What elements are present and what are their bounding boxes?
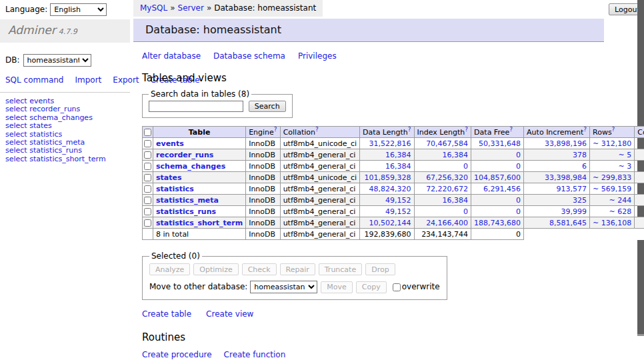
rows-estimate-link[interactable]: ~ 244 bbox=[609, 196, 631, 205]
column-help-link[interactable]: ? bbox=[274, 128, 277, 137]
data-free-link[interactable]: 188,743,680 bbox=[474, 219, 521, 227]
index-length-link[interactable]: 70,467,584 bbox=[426, 139, 468, 148]
column-help-link[interactable]: ? bbox=[465, 128, 468, 137]
privileges-link[interactable]: Privileges bbox=[298, 51, 337, 61]
data-free-link[interactable]: 0 bbox=[516, 196, 521, 205]
table-name-link[interactable]: statistics_short_term bbox=[156, 219, 243, 227]
sidebar-select-statistics-short-term-link[interactable]: select statistics_short_term bbox=[5, 155, 130, 163]
rows-estimate-link[interactable]: ~ 312,180 bbox=[593, 139, 631, 148]
rows-estimate-cell: ~ 628 bbox=[590, 206, 635, 217]
data-length-link[interactable]: 10,502,144 bbox=[369, 219, 411, 227]
table-name-link[interactable]: events bbox=[156, 139, 184, 148]
overwrite-checkbox[interactable] bbox=[393, 283, 401, 291]
data-length-link[interactable]: 16,384 bbox=[385, 151, 411, 159]
column-label: Comment bbox=[637, 128, 644, 137]
auto-increment-link[interactable]: 913,577 bbox=[557, 185, 587, 193]
table-name-link[interactable]: schema_changes bbox=[156, 162, 225, 171]
row-checkbox[interactable] bbox=[144, 185, 151, 193]
create-view-link[interactable]: Create view bbox=[206, 309, 253, 319]
rows-estimate-link[interactable]: ~ 136,108 bbox=[593, 219, 631, 227]
db-select[interactable]: homeassistant bbox=[23, 54, 91, 67]
breadcrumb-server-link[interactable]: Server bbox=[178, 3, 204, 13]
rows-estimate-link[interactable]: ~ 299,833 bbox=[593, 173, 631, 182]
database-schema-link[interactable]: Database schema bbox=[213, 51, 285, 61]
row-checkbox[interactable] bbox=[144, 151, 151, 159]
data-length-link[interactable]: 49,152 bbox=[385, 196, 411, 205]
data-free-link[interactable]: 0 bbox=[516, 207, 521, 216]
auto-increment-link[interactable]: 33,398,984 bbox=[545, 173, 587, 182]
alter-database-link[interactable]: Alter database bbox=[142, 51, 201, 61]
index-length-link[interactable]: 24,166,400 bbox=[426, 219, 468, 227]
rows-estimate-link[interactable]: ~ 569,159 bbox=[593, 185, 631, 193]
auto-increment-link[interactable]: 33,898,196 bbox=[545, 139, 587, 148]
table-name-link[interactable]: states bbox=[156, 173, 182, 182]
sidebar-select-states-link[interactable]: select states bbox=[5, 122, 130, 130]
row-checkbox[interactable] bbox=[144, 174, 151, 181]
data-length-link[interactable]: 31,522,816 bbox=[369, 139, 411, 148]
sidebar-select-recorder-runs-link[interactable]: select recorder_runs bbox=[5, 105, 130, 113]
search-input[interactable] bbox=[149, 101, 243, 112]
index-length-cell: 0 bbox=[414, 206, 471, 217]
rows-estimate-link[interactable]: ~ 5 bbox=[618, 151, 631, 159]
data-length-link[interactable]: 16,384 bbox=[385, 162, 411, 171]
breadcrumb-mysql-link[interactable]: MySQL bbox=[140, 3, 167, 13]
column-header-data-free: Data Free? bbox=[471, 127, 524, 138]
create-function-link[interactable]: Create function bbox=[224, 350, 286, 359]
total-data-length: 192,839,680 bbox=[360, 229, 414, 240]
create-procedure-link[interactable]: Create procedure bbox=[142, 350, 212, 359]
select-all-checkbox[interactable] bbox=[144, 129, 151, 136]
table-name-link[interactable]: statistics_meta bbox=[156, 196, 219, 205]
index-length-link[interactable]: 0 bbox=[463, 162, 468, 171]
column-help-link[interactable]: ? bbox=[315, 128, 319, 137]
create-table-link[interactable]: Create table bbox=[142, 309, 191, 319]
index-length-link[interactable]: 67,256,320 bbox=[426, 173, 468, 182]
rows-estimate-link[interactable]: ~ 3 bbox=[618, 162, 631, 171]
index-length-link[interactable]: 0 bbox=[463, 207, 468, 216]
column-header-comment: Comment? bbox=[635, 127, 644, 138]
data-length-link[interactable]: 49,152 bbox=[385, 207, 411, 216]
row-checkbox[interactable] bbox=[144, 140, 151, 147]
index-length-link[interactable]: 16,384 bbox=[443, 196, 469, 205]
row-checkbox[interactable] bbox=[144, 208, 151, 215]
auto-increment-link[interactable]: 378 bbox=[573, 151, 587, 159]
rows-estimate-link[interactable]: ~ 628 bbox=[609, 207, 631, 216]
routine-links: Create procedureCreate function bbox=[142, 350, 604, 359]
column-help-link[interactable]: ? bbox=[408, 128, 411, 137]
search-button[interactable]: Search bbox=[249, 101, 286, 112]
auto-increment-link[interactable]: 39,999 bbox=[561, 207, 587, 216]
import-link[interactable]: Import bbox=[75, 75, 101, 85]
auto-increment-link[interactable]: 6 bbox=[582, 162, 587, 171]
table-name-link[interactable]: statistics bbox=[156, 185, 194, 193]
table-name-link[interactable]: statistics_runs bbox=[156, 207, 216, 216]
data-length-link[interactable]: 101,859,328 bbox=[365, 173, 411, 182]
auto-increment-link[interactable]: 325 bbox=[573, 196, 587, 205]
auto-increment-link[interactable]: 8,581,645 bbox=[549, 219, 587, 227]
row-checkbox[interactable] bbox=[144, 219, 151, 227]
data-free-link[interactable]: 6,291,456 bbox=[483, 185, 521, 193]
table-name-cell: events bbox=[153, 138, 246, 149]
index-length-link[interactable]: 16,384 bbox=[443, 151, 469, 159]
sidebar-select-statistics-runs-link[interactable]: select statistics_runs bbox=[5, 147, 130, 155]
data-free-link[interactable]: 50,331,648 bbox=[479, 139, 521, 148]
data-length-link[interactable]: 48,824,320 bbox=[369, 185, 411, 193]
data-free-link[interactable]: 104,857,600 bbox=[474, 173, 521, 182]
sql-command-link[interactable]: SQL command bbox=[5, 75, 63, 85]
row-checkbox[interactable] bbox=[144, 163, 151, 170]
language-select[interactable]: English bbox=[50, 3, 107, 16]
auto-increment-cell: 378 bbox=[524, 149, 590, 161]
table-name-cell: states bbox=[153, 172, 246, 183]
auto-increment-cell: 33,898,196 bbox=[524, 138, 590, 149]
column-help-link[interactable]: ? bbox=[583, 128, 587, 137]
collation-cell: utf8mb4_general_ci bbox=[280, 206, 359, 217]
table-name-link[interactable]: recorder_runs bbox=[156, 151, 213, 159]
move-database-select[interactable]: homeassistant bbox=[250, 281, 317, 293]
column-help-link[interactable]: ? bbox=[509, 128, 513, 137]
data-free-link[interactable]: 0 bbox=[516, 162, 521, 171]
row-checkbox-cell bbox=[143, 172, 153, 183]
row-checkbox[interactable] bbox=[144, 197, 151, 204]
index-length-link[interactable]: 72,220,672 bbox=[426, 185, 468, 193]
total-label: 8 in total bbox=[153, 229, 246, 240]
data-free-link[interactable]: 0 bbox=[516, 151, 521, 159]
table-name-cell: statistics bbox=[153, 183, 246, 195]
column-help-link[interactable]: ? bbox=[612, 128, 615, 137]
